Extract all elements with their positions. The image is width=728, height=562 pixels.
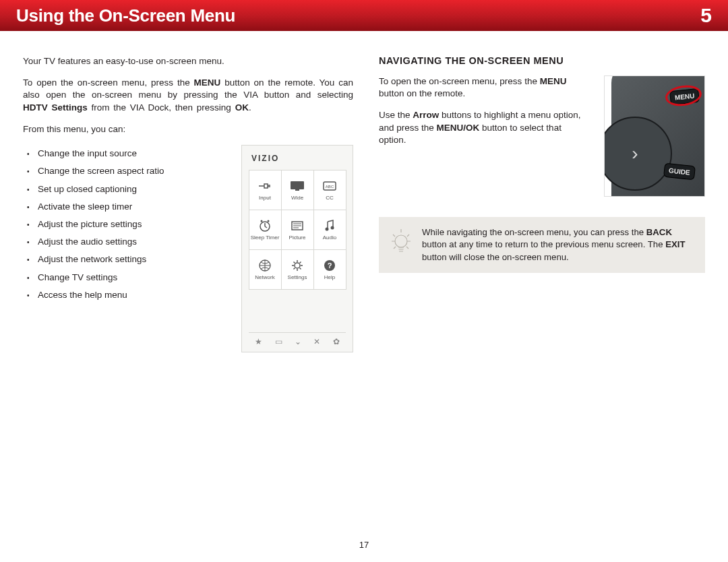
plug-icon <box>257 178 272 194</box>
cell-label: Network <box>255 275 274 281</box>
vizio-cell-picture: Picture <box>281 210 314 250</box>
bold-menu: MENU <box>540 76 567 86</box>
nav-p2: Use the Arrow buttons to highlight a men… <box>379 109 590 146</box>
text-frag: To open the on-screen menu, press the <box>23 77 194 88</box>
clock-icon <box>258 218 272 234</box>
svg-rect-0 <box>291 181 304 189</box>
vizio-grid: Input Wide ABC CC Sleep Timer <box>249 170 346 289</box>
vizio-cell-network: Network <box>249 249 282 290</box>
list-item: Adjust the audio settings <box>38 236 222 248</box>
tv-icon <box>289 178 305 194</box>
bold-menu-ok: MENU/OK <box>437 123 480 133</box>
svg-text:?: ? <box>328 261 332 270</box>
bullet-list-wrap: Change the input source Change the scree… <box>23 145 222 352</box>
vizio-cell-cc: ABC CC <box>313 170 346 210</box>
page-body: Your TV features an easy-to-use on-scree… <box>0 31 728 352</box>
left-column: Your TV features an easy-to-use on-scree… <box>23 55 353 352</box>
from-menu-text: From this menu, you can: <box>23 123 353 135</box>
chapter-title: Using the On-Screen Menu <box>16 5 235 26</box>
picture-icon <box>290 218 305 234</box>
lightbulb-icon <box>390 226 413 256</box>
list-item: Set up closed captioning <box>38 183 222 195</box>
list-item: Change TV settings <box>38 272 222 284</box>
bold-arrow: Arrow <box>413 110 439 120</box>
vizio-cell-sleep: Sleep Timer <box>249 210 282 250</box>
cell-label: Sleep Timer <box>251 235 280 241</box>
list-item: Access the help menu <box>38 289 222 301</box>
vizio-footer-icons: ★ ▭ ⌄ ✕ ✿ <box>249 332 346 348</box>
open-menu-paragraph: To open the on-screen menu, press the ME… <box>23 77 353 114</box>
svg-point-9 <box>331 226 334 230</box>
vizio-cell-audio: Audio <box>313 210 346 250</box>
list-item: Adjust the network settings <box>38 253 222 266</box>
gear-small-icon: ✿ <box>333 337 340 346</box>
rect-icon: ▭ <box>275 337 282 346</box>
right-column: NAVIGATING THE ON-SCREEN MENU To open th… <box>379 55 705 352</box>
text-frag: button will close the on-screen menu. <box>422 252 569 262</box>
text-frag: To open the on-screen menu, press the <box>379 76 540 86</box>
text-frag: Use the <box>379 110 413 120</box>
cell-label: Audio <box>323 235 336 241</box>
gear-icon <box>291 257 304 274</box>
section-heading: NAVIGATING THE ON-SCREEN MENU <box>379 55 705 66</box>
vizio-cell-help: ? Help <box>313 249 346 290</box>
svg-text:ABC: ABC <box>326 185 334 189</box>
cell-label: Input <box>259 195 271 201</box>
bold-menu: MENU <box>194 77 221 88</box>
cell-label: Help <box>324 275 335 281</box>
vizio-cell-wide: Wide <box>281 170 314 210</box>
vizio-logo: VIZIO <box>249 154 346 163</box>
svg-point-5 <box>261 220 263 222</box>
svg-point-6 <box>268 220 270 222</box>
bold-exit: EXIT <box>665 239 685 249</box>
cc-icon: ABC <box>322 178 337 194</box>
bold-ok: OK <box>235 102 249 113</box>
chevron-down-icon: ⌄ <box>295 337 301 346</box>
cell-label: CC <box>326 195 334 201</box>
close-icon: ✕ <box>313 337 320 346</box>
help-icon: ? <box>323 257 336 274</box>
text-frag: from the VIA Dock, then pressing <box>88 102 235 113</box>
text-frag: While navigating the on-screen menu, you… <box>422 227 646 237</box>
globe-icon <box>258 257 272 274</box>
cell-label: Wide <box>291 195 303 201</box>
intro-text: Your TV features an easy-to-use on-scree… <box>23 55 353 67</box>
remote-illustration: › MENU GUIDE <box>604 75 705 197</box>
chapter-header: Using the On-Screen Menu 5 <box>0 0 728 31</box>
svg-rect-1 <box>295 189 299 191</box>
nav-text: To open the on-screen menu, press the ME… <box>379 75 590 197</box>
music-icon <box>323 218 336 234</box>
list-item: Adjust the picture settings <box>38 218 222 230</box>
vizio-menu-illustration: VIZIO Input Wide ABC CC <box>241 145 353 352</box>
bold-back: BACK <box>646 227 672 237</box>
vizio-cell-settings: Settings <box>281 249 314 290</box>
chapter-number: 5 <box>700 4 712 27</box>
tip-callout: While navigating the on-screen menu, you… <box>379 217 705 273</box>
list-item: Change the screen aspect ratio <box>38 165 173 177</box>
page-number: 17 <box>0 540 728 550</box>
svg-point-14 <box>395 235 407 247</box>
text-frag: button on the remote. <box>379 88 465 98</box>
text-frag: button at any time to return to the prev… <box>422 239 665 249</box>
cell-label: Picture <box>289 235 306 241</box>
list-item: Change the input source <box>38 148 222 160</box>
feature-bullets: Change the input source Change the scree… <box>23 148 222 301</box>
bold-hdtv-settings: HDTV Settings <box>23 102 88 113</box>
cell-label: Settings <box>288 275 307 281</box>
left-inner-row: Change the input source Change the scree… <box>23 145 353 352</box>
vizio-cell-input: Input <box>249 170 282 210</box>
star-icon: ★ <box>255 337 262 346</box>
nav-p1: To open the on-screen menu, press the ME… <box>379 75 590 100</box>
right-top-row: To open the on-screen menu, press the ME… <box>379 75 705 197</box>
svg-point-11 <box>295 263 300 268</box>
list-item: Activate the sleep timer <box>38 201 222 213</box>
text-frag: . <box>249 102 251 113</box>
